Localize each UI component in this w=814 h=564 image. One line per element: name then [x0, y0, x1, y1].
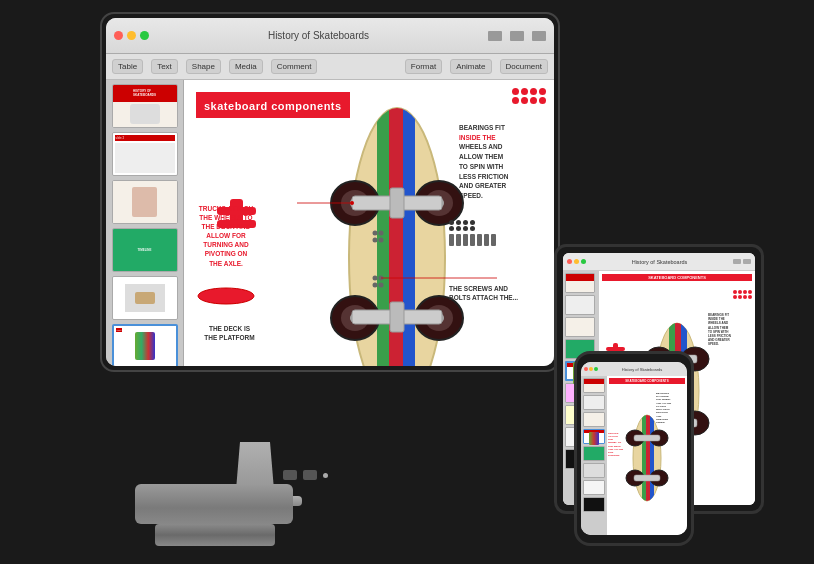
svg-point-21 [373, 231, 378, 236]
bearing-circle-5 [512, 97, 519, 104]
mac-mini-led [323, 473, 328, 478]
slide-thumb-3[interactable] [112, 180, 178, 224]
slide-thumb-5[interactable] [112, 276, 178, 320]
app-title: History of Skateboards [155, 30, 482, 41]
slide-thumb-1[interactable]: HISTORY OFSKATEBOARDS [112, 84, 178, 128]
phone-slide-title: SKATEBOARD COMPONENTS [609, 378, 685, 384]
bearing-circles [512, 88, 546, 106]
minimize-button[interactable] [127, 31, 136, 40]
phone-slide-thumb-active [583, 429, 605, 444]
comment-button[interactable]: Comment [271, 59, 318, 74]
bearing-circle-3 [530, 88, 537, 95]
monitor-screen: History of Skateboards Table Text Shape … [106, 18, 554, 366]
maximize-button[interactable] [140, 31, 149, 40]
svg-point-23 [373, 238, 378, 243]
mac-mini-body [135, 484, 293, 524]
phone-slide-thumb-6 [583, 463, 605, 478]
media-button[interactable]: Media [229, 59, 263, 74]
phone-screen: History of Skateboards [581, 362, 687, 535]
traffic-lights [114, 31, 149, 40]
deck-icon [196, 287, 256, 309]
toolbar-icon-2 [510, 31, 524, 41]
phone-slide-thumb-8 [583, 497, 605, 512]
tablet-title: History of Skateboards [589, 259, 730, 265]
mac-mini-port-1 [283, 470, 297, 480]
svg-rect-2 [377, 108, 389, 366]
mac-mini-ports [283, 470, 328, 480]
shape-button[interactable]: Shape [186, 59, 221, 74]
svg-rect-54 [646, 413, 650, 503]
phone-content: SKATEBOARD COMPONENTS [581, 376, 687, 535]
close-button[interactable] [114, 31, 123, 40]
tablet-toolbar: History of Skateboards [563, 253, 755, 271]
screws-graphic [449, 220, 496, 246]
phone-title: History of Skateboards [600, 367, 684, 372]
keynote-app: History of Skateboards Table Text Shape … [106, 18, 554, 366]
svg-rect-18 [390, 188, 404, 218]
bearing-circle-7 [530, 97, 537, 104]
screws-label: THE SCREWS AND BOLTS ATTACH THE... [449, 284, 549, 304]
phone-slide-thumb-3 [583, 412, 605, 427]
toolbar-icons [488, 31, 546, 41]
mac-mini-port-2 [303, 470, 317, 480]
bearing-circle-4 [539, 88, 546, 95]
bearing-circle-1 [512, 88, 519, 95]
svg-point-36 [198, 288, 254, 304]
format-button[interactable]: Format [405, 59, 442, 74]
keynote-content: HISTORY OFSKATEBOARDS slide 2 [106, 80, 554, 366]
slide-panel[interactable]: HISTORY OFSKATEBOARDS slide 2 [106, 80, 184, 366]
svg-point-25 [373, 276, 378, 281]
tablet-slide-thumb-1 [565, 273, 595, 293]
svg-rect-4 [403, 108, 415, 366]
tablet-slide-thumb-2 [565, 295, 595, 315]
document-button[interactable]: Document [500, 59, 548, 74]
svg-point-24 [379, 238, 384, 243]
deck-label: THE DECK IS THE PLATFORM [192, 324, 267, 344]
bearing-circle-8 [539, 97, 546, 104]
phone-slide-thumb-1 [583, 378, 605, 393]
svg-point-30 [350, 201, 354, 205]
slide-thumb-4[interactable]: TIMELINE [112, 228, 178, 272]
svg-rect-53 [642, 413, 646, 503]
phone-toolbar: History of Skateboards [581, 362, 687, 376]
toolbar-icon-1 [488, 31, 502, 41]
svg-rect-61 [634, 475, 660, 481]
animate-button[interactable]: Animate [450, 59, 491, 74]
secondary-toolbar: Table Text Shape Media Comment Format An… [106, 54, 554, 80]
phone-slide-thumb-2 [583, 395, 605, 410]
svg-rect-20 [390, 302, 404, 332]
svg-rect-55 [650, 413, 654, 503]
monitor: History of Skateboards Table Text Shape … [100, 12, 560, 372]
tablet-slide-title: SKATEBOARD COMPONENTS [602, 274, 752, 281]
bearing-circle-6 [521, 97, 528, 104]
slide-thumb-2[interactable]: slide 2 [112, 132, 178, 176]
bearing-circle-2 [521, 88, 528, 95]
svg-point-27 [373, 283, 378, 288]
phone-slides [581, 376, 607, 535]
toolbar: History of Skateboards [106, 18, 554, 54]
mac-mini-base [155, 524, 275, 546]
trucks-label: TRUCKS ATTACH THE WHEELS TO THE DECK AND… [192, 204, 260, 268]
svg-point-28 [379, 283, 384, 288]
tablet-slide-thumb-3 [565, 317, 595, 337]
phone-slide-thumb-5 [583, 446, 605, 461]
table-button[interactable]: Table [112, 59, 143, 74]
phone: History of Skateboards [574, 351, 694, 546]
slide-main: skateboard components [184, 80, 554, 366]
svg-rect-60 [634, 435, 660, 441]
phone-main-slide: SKATEBOARD COMPONENTS [607, 376, 687, 535]
toolbar-icon-3 [532, 31, 546, 41]
text-button[interactable]: Text [151, 59, 178, 74]
slide-thumb-6-active[interactable]: comp [112, 324, 178, 366]
phone-slide-thumb-7 [583, 480, 605, 495]
slide-canvas: skateboard components [184, 80, 554, 366]
svg-point-22 [379, 231, 384, 236]
